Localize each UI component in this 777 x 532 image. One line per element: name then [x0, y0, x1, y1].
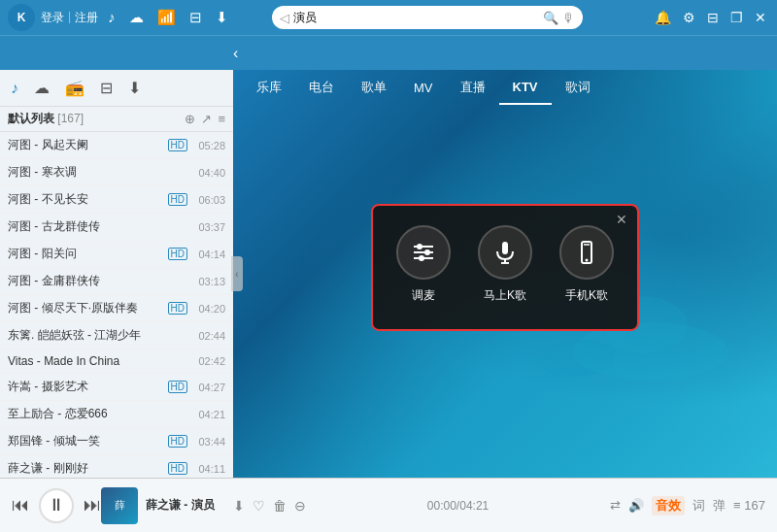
effects-button[interactable]: 音效: [652, 496, 685, 515]
list-item[interactable]: 薛之谦 - 刚刚好 HD 04:11: [0, 455, 233, 478]
list-item[interactable]: 河图 - 风起天阑 HD 05:28: [0, 132, 233, 159]
song-duration: 06:03: [191, 194, 225, 206]
list-item[interactable]: 河图 - 阳关问 HD 04:14: [0, 241, 233, 268]
search-submit-icon[interactable]: 🔍: [543, 11, 558, 25]
nav-item-直播[interactable]: 直播: [447, 70, 499, 105]
back-icon[interactable]: ‹: [233, 45, 238, 62]
now-playing-song: 薛之谦 - 演员: [146, 497, 223, 514]
ktv-option-phone[interactable]: 手机K歌: [559, 225, 614, 304]
download-tab-icon[interactable]: ⬇: [125, 76, 144, 100]
song-duration: 03:44: [191, 436, 225, 448]
lyrics-button[interactable]: 词: [693, 497, 705, 515]
list-tab-icon[interactable]: ⊟: [97, 76, 116, 100]
now-playing-thumbnail: 薛: [101, 487, 138, 524]
minimize-icon[interactable]: ⊟: [704, 10, 722, 25]
phone-ktv-label: 手机K歌: [565, 287, 608, 304]
nav-item-电台[interactable]: 电台: [295, 70, 348, 105]
list-item[interactable]: 河图 - 寒衣调 04:40: [0, 159, 233, 186]
song-name: 河图 - 寒衣调: [8, 164, 191, 181]
list-item[interactable]: 郑国锋 - 倾城一笑 HD 03:44: [0, 428, 233, 455]
list-item[interactable]: 许嵩 - 摄影艺术 HD 04:27: [0, 374, 233, 401]
now-playing-info: 薛之谦 - 演员: [146, 497, 223, 514]
title-bar: K 登录 | 注册 ♪ ☁ 📶 ⊟ ⬇ ◁ 🔍 🎙 🔔 ⚙ ⊟ ❐ ✕: [0, 0, 777, 35]
menu-icon[interactable]: ≡: [218, 112, 225, 126]
playlist-count[interactable]: ≡ 167: [733, 498, 765, 513]
nav-item-歌词[interactable]: 歌词: [552, 70, 604, 105]
nav-item-MV[interactable]: MV: [400, 70, 447, 105]
sidebar: ♪ ☁ 📻 ⊟ ⬇ 默认列表 [167] ⊕ ↗ ≡ 河图 - 风起天阑 HD …: [0, 70, 233, 478]
phone-ktv-icon: [559, 225, 614, 280]
share-icon[interactable]: ↗: [201, 112, 212, 126]
song-name: 河图 - 古龙群使传: [8, 218, 191, 235]
bell-icon[interactable]: 🔔: [652, 10, 674, 25]
next-button[interactable]: ⏭: [84, 495, 101, 515]
window-controls: 🔔 ⚙ ⊟ ❐ ✕: [652, 10, 769, 25]
song-name: 东篱. 皑皑妖弦 - 江湖少年: [8, 327, 191, 344]
login-button[interactable]: 登录: [41, 10, 64, 26]
minus-button[interactable]: ⊖: [294, 498, 306, 514]
auth-buttons: 登录 | 注册: [41, 10, 98, 26]
main-content: ♪ ☁ 📻 ⊟ ⬇ 默认列表 [167] ⊕ ↗ ≡ 河图 - 风起天阑 HD …: [0, 70, 777, 478]
ktv-option-tune[interactable]: 调麦: [396, 225, 451, 304]
list-item[interactable]: Vitas - Made In China 02:42: [0, 349, 233, 374]
settings-icon[interactable]: ⚙: [680, 10, 698, 25]
bounce-button[interactable]: 弹: [713, 497, 726, 515]
song-name: Vitas - Made In China: [8, 354, 191, 368]
bottom-player: ⏮ ⏸ ⏭ 薛 薛之谦 - 演员 ⬇ ♡ 🗑 ⊖ 00:00/04:21 ⇄ 🔊…: [0, 478, 777, 532]
player-time-section: 00:00/04:21: [316, 499, 600, 513]
download-action-button[interactable]: ⬇: [233, 498, 245, 514]
pause-button[interactable]: ⏸: [39, 488, 74, 523]
music-tab-icon[interactable]: ♪: [8, 77, 21, 100]
song-name: 郑国锋 - 倾城一笑: [8, 433, 168, 449]
app-logo: K: [8, 4, 35, 31]
playlist-header: 默认列表 [167] ⊕ ↗ ≡: [0, 107, 233, 132]
song-duration: 03:37: [191, 221, 225, 233]
right-panel: 乐库电台歌单MV直播KTV歌词 ✕: [233, 70, 777, 478]
list-item[interactable]: 河图 - 金庸群侠传 03:13: [0, 268, 233, 295]
nav-item-乐库[interactable]: 乐库: [243, 70, 295, 105]
music-icon[interactable]: ♪: [108, 9, 116, 26]
download-icon[interactable]: ⬇: [216, 9, 228, 26]
prev-button[interactable]: ⏮: [12, 495, 29, 515]
add-song-icon[interactable]: ⊕: [185, 112, 195, 126]
volume-button[interactable]: 🔊: [628, 498, 644, 513]
song-duration: 02:44: [191, 330, 225, 342]
ktv-close-button[interactable]: ✕: [616, 212, 627, 227]
mic-input-icon[interactable]: 🎙: [562, 11, 575, 25]
radio-tab-icon[interactable]: 📻: [62, 76, 87, 100]
shuffle-button[interactable]: ⇄: [610, 498, 621, 513]
tune-icon: [396, 225, 451, 280]
ktv-option-start[interactable]: 马上K歌: [478, 225, 532, 304]
start-ktv-label: 马上K歌: [484, 287, 526, 304]
nav-item-KTV[interactable]: KTV: [499, 70, 552, 105]
register-button[interactable]: 注册: [75, 10, 98, 26]
like-button[interactable]: ♡: [253, 498, 265, 514]
signal-icon[interactable]: 📶: [157, 9, 176, 26]
song-name: 许嵩 - 摄影艺术: [8, 379, 168, 395]
delete-button[interactable]: 🗑: [273, 498, 287, 514]
list-item[interactable]: 河图 - 古龙群使传 03:37: [0, 214, 233, 241]
song-duration: 02:42: [191, 355, 225, 367]
search-bar: ◁ 🔍 🎙: [272, 6, 583, 29]
list-item[interactable]: 河图 - 不见长安 HD 06:03: [0, 186, 233, 214]
playlist-title: 默认列表 [167]: [8, 111, 185, 127]
nav-item-歌单[interactable]: 歌单: [348, 70, 400, 105]
list-icon[interactable]: ⊟: [189, 9, 202, 26]
list-item[interactable]: 河图 - 倾尽天下·原版伴奏 HD 04:20: [0, 295, 233, 322]
cloud-tab-icon[interactable]: ☁: [31, 76, 52, 100]
sidebar-top-icons: ♪ ☁ 📻 ⊟ ⬇: [0, 70, 233, 107]
svg-point-2: [417, 244, 422, 249]
close-icon[interactable]: ✕: [752, 10, 769, 25]
song-name: 河图 - 金庸群侠传: [8, 273, 191, 289]
search-input[interactable]: [293, 11, 543, 24]
song-name: 河图 - 不见长安: [8, 191, 168, 208]
song-duration: 04:14: [191, 249, 225, 260]
maximize-icon[interactable]: ❐: [727, 10, 746, 25]
sidebar-toggle[interactable]: ‹: [231, 256, 243, 291]
list-item[interactable]: 至上励合 - 恋爱666 04:21: [0, 401, 233, 428]
list-item[interactable]: 东篱. 皑皑妖弦 - 江湖少年 02:44: [0, 322, 233, 349]
search-icon: ◁: [280, 11, 289, 25]
cloud-icon[interactable]: ☁: [129, 9, 144, 26]
player-time: 00:00/04:21: [427, 499, 489, 513]
song-name: 河图 - 倾尽天下·原版伴奏: [8, 300, 168, 316]
